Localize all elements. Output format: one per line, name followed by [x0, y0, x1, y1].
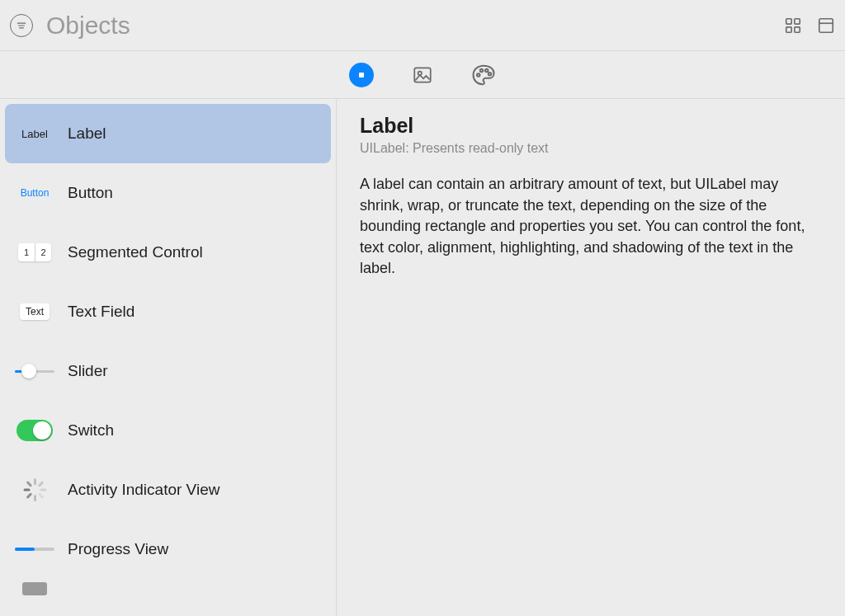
list-item-partial[interactable]: [5, 579, 331, 595]
list-item-title: Switch: [68, 421, 114, 440]
list-item-title: Slider: [68, 362, 108, 380]
list-item-title: Text Field: [68, 303, 135, 321]
list-item-slider[interactable]: Slider: [5, 341, 331, 401]
list-item-title: Segmented Control: [68, 243, 203, 261]
button-icon: Button: [15, 176, 54, 209]
svg-rect-10: [414, 68, 431, 82]
list-item-button[interactable]: Button Button: [5, 163, 331, 223]
menu-lines-icon: [16, 20, 27, 31]
list-item-activity-indicator[interactable]: Activity Indicator View: [5, 460, 331, 520]
list-item-label[interactable]: Label Label: [5, 104, 331, 163]
list-item-title: Label: [68, 125, 106, 143]
svg-rect-5: [786, 26, 791, 31]
list-item-switch[interactable]: Switch: [5, 401, 331, 460]
tab-media-icon[interactable]: [412, 64, 433, 86]
detail-title: Label: [360, 114, 822, 138]
svg-rect-3: [786, 18, 791, 23]
list-item-title: Activity Indicator View: [68, 481, 220, 499]
segmented-control-icon: 12: [15, 236, 54, 269]
category-tabs: [0, 51, 845, 99]
list-item-text-field[interactable]: Text Text Field: [5, 282, 331, 341]
svg-rect-6: [795, 26, 800, 31]
svg-point-15: [489, 73, 492, 76]
list-item-title: Progress View: [68, 540, 168, 558]
object-list[interactable]: Label Label Button Button 12 Segmented C…: [0, 99, 337, 616]
svg-rect-7: [819, 18, 833, 32]
progress-view-icon: [15, 533, 54, 566]
text-field-icon: Text: [15, 295, 54, 328]
filter-menu-button[interactable]: [10, 14, 33, 37]
detail-pane: Label UILabel: Presents read-only text A…: [337, 99, 845, 616]
svg-point-12: [477, 73, 480, 77]
detail-description: A label can contain an arbitrary amount …: [360, 174, 822, 280]
svg-point-14: [485, 68, 489, 72]
tab-objects[interactable]: [349, 63, 374, 87]
svg-point-13: [480, 68, 484, 72]
label-icon: Label: [15, 117, 54, 150]
grid-view-icon[interactable]: [784, 16, 802, 35]
tab-color-palette-icon[interactable]: [471, 63, 496, 87]
slider-icon: [15, 355, 54, 388]
toolbar-right-group: [784, 16, 835, 35]
toolbar: [0, 0, 845, 51]
content-area: Label Label Button Button 12 Segmented C…: [0, 99, 845, 616]
activity-indicator-icon: [15, 473, 54, 506]
svg-rect-9: [359, 73, 364, 78]
svg-rect-4: [795, 18, 800, 23]
list-item-segmented-control[interactable]: 12 Segmented Control: [5, 223, 331, 282]
list-item-title: Button: [68, 184, 113, 202]
detail-view-icon[interactable]: [817, 16, 835, 35]
switch-icon: [15, 414, 54, 447]
stop-square-icon: [356, 70, 366, 80]
detail-subtitle: UILabel: Presents read-only text: [360, 141, 822, 156]
search-input[interactable]: [46, 12, 784, 40]
list-item-progress-view[interactable]: Progress View: [5, 520, 331, 579]
stepper-icon: [15, 582, 54, 595]
